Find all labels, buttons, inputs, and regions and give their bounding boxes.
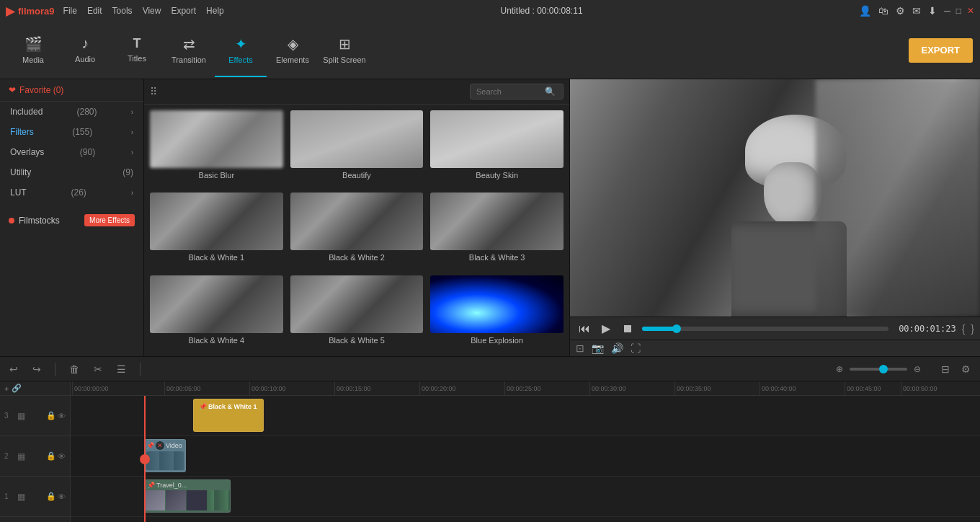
filmstocks-row: Filmstocks More Effects [0,208,143,232]
clip-travel-video[interactable]: 📌 Travel_0... [144,479,231,513]
maximize-btn[interactable]: □ [956,6,961,16]
screenshot-button[interactable]: 📷 [592,342,604,354]
track-lock-1[interactable]: 🔒 [46,492,56,501]
tool-transition[interactable]: ⇄ Transition [163,24,215,77]
tool-titles-label: Titles [128,54,146,63]
clip-video-header: 📌 ✕ Video [146,441,184,450]
tool-titles[interactable]: T Titles [111,24,163,77]
app-logo: ▶ filmora9 [6,4,55,18]
main-area: ❤ Favorite (0) Included (280) › Filters … [0,79,980,356]
menu-file[interactable]: File [63,6,77,16]
effect-item-beautify[interactable]: Beautify [290,110,424,185]
titlebar-left: ▶ filmora9 File Edit Tools View Export H… [6,4,224,18]
bracket-out-button[interactable]: } [971,323,974,335]
effect-item-basic-blur[interactable]: Basic Blur [150,110,283,185]
timeline-body: + 🔗 3 ▦ 🔒 👁 2 ▦ 🔒 👁 1 [0,381,980,522]
cut-button[interactable]: ✂ [90,361,106,377]
delete-button[interactable]: 🗑 [66,361,83,377]
effect-item-beauty-skin[interactable]: Beauty Skin [430,110,564,185]
clip-pin-icon: 📌 [199,403,207,410]
clip-remove-icon[interactable]: ✕ [156,441,164,450]
progress-bar[interactable] [642,327,888,331]
settings-button[interactable]: ⚙ [958,361,974,377]
tool-audio[interactable]: ♪ Audio [59,24,111,77]
menu-item-filters[interactable]: Filters (155) › [0,122,143,142]
effect-item-bw5[interactable]: Black & White 5 [290,275,424,350]
zoom-out-button[interactable]: ⊖ [910,362,925,376]
lut-label: LUT [10,187,27,198]
link-button[interactable]: 🔗 [12,384,22,393]
redo-button[interactable]: ↪ [29,361,45,377]
tool-elements[interactable]: ◈ Elements [267,24,318,77]
undo-button[interactable]: ↩ [6,361,22,377]
track-eye-1[interactable]: 👁 [58,492,66,501]
progress-handle[interactable] [672,324,681,333]
effect-item-bw2[interactable]: Black & White 2 [290,193,424,267]
stop-button[interactable]: ⏹ [619,321,636,337]
export-button[interactable]: EXPORT [909,38,973,63]
bracket-in-button[interactable]: { [962,323,966,335]
effect-label-bw1: Black & White 1 [150,253,283,262]
download-icon[interactable]: ⬇ [928,5,937,17]
effect-item-bw3[interactable]: Black & White 3 [430,193,564,267]
zoom-in-button[interactable]: ⊕ [832,362,847,376]
gear-icon[interactable]: ⚙ [896,5,905,17]
shop-icon[interactable]: 🛍 [878,5,888,17]
tool-split-screen[interactable]: ⊞ Split Screen [318,24,370,77]
filters-label: Filters [10,127,34,137]
menu-export[interactable]: Export [171,6,196,16]
menu-item-utility[interactable]: Utility (9) [0,162,143,182]
clip-filter-bw1[interactable]: 📌 Black & White 1 [193,399,264,432]
tool-media[interactable]: 🎬 Media [7,24,59,77]
chevron-right-icon-overlays: › [131,149,133,156]
track-eye-3[interactable]: 👁 [58,411,66,420]
list-button[interactable]: ☰ [113,361,130,377]
add-track-button[interactable]: + [4,384,9,393]
titlebar: ▶ filmora9 File Edit Tools View Export H… [0,0,980,22]
track-num-1: 1 [4,492,14,500]
utility-label: Utility [10,167,31,177]
volume-button[interactable]: 🔊 [611,342,623,354]
effect-item-bw1[interactable]: Black & White 1 [150,193,283,267]
left-panel: ❤ Favorite (0) Included (280) › Filters … [0,79,144,356]
effect-label-bw2: Black & White 2 [290,253,424,262]
rewind-button[interactable]: ⏮ [576,321,593,337]
track-options-button[interactable]: ⊟ [937,361,953,377]
search-input[interactable] [476,87,541,96]
user-icon[interactable]: 👤 [859,5,871,17]
expand-button[interactable]: ⛶ [631,342,641,354]
menu-tools[interactable]: Tools [112,6,133,16]
menu-view[interactable]: View [143,6,161,16]
track-lock-2[interactable]: 🔒 [46,451,56,461]
menu-item-lut[interactable]: LUT (26) › [0,182,143,203]
menu-item-included[interactable]: Included (280) › [0,102,143,122]
search-icon: 🔍 [545,87,556,97]
zoom-slider[interactable] [850,368,907,371]
menu-edit[interactable]: Edit [87,6,102,16]
menu-help[interactable]: Help [206,6,224,16]
fullscreen-button[interactable]: ⊡ [576,342,584,354]
track-icon-3: ▦ [17,411,25,421]
play-button[interactable]: ▶ [599,320,613,337]
lut-count: (26) [71,187,86,198]
track-eye-2[interactable]: 👁 [58,451,66,461]
clip-video-2[interactable]: 📌 ✕ Video [144,439,186,472]
included-label: Included [10,107,43,117]
close-btn[interactable]: ✕ [967,6,974,16]
favorite-row[interactable]: ❤ Favorite (0) [0,79,143,102]
timeline-toolbar: ↩ ↪ 🗑 ✂ ☰ ⊕ ⊖ ⊟ ⚙ [0,357,980,381]
search-box[interactable]: 🔍 [470,84,564,99]
effect-thumb-bw2 [290,193,424,250]
more-effects-button[interactable]: More Effects [84,214,135,226]
menu-item-overlays[interactable]: Overlays (90) › [0,142,143,162]
mail-icon[interactable]: ✉ [912,5,921,17]
effect-item-bw4[interactable]: Black & White 4 [150,275,283,350]
effect-item-blue-explosion[interactable]: Blue Explosion [430,275,564,350]
ruler-mark-15: 00:00:15:00 [334,381,371,395]
effect-label-blue-explosion: Blue Explosion [430,336,564,345]
minimize-btn[interactable]: ─ [944,6,950,16]
track-lock-3[interactable]: 🔒 [46,411,56,420]
effects-toolbar: ⠿ 🔍 [144,79,569,105]
tool-effects[interactable]: ✦ Effects [215,24,267,77]
zoom-controls: ⊕ ⊖ [832,362,925,376]
